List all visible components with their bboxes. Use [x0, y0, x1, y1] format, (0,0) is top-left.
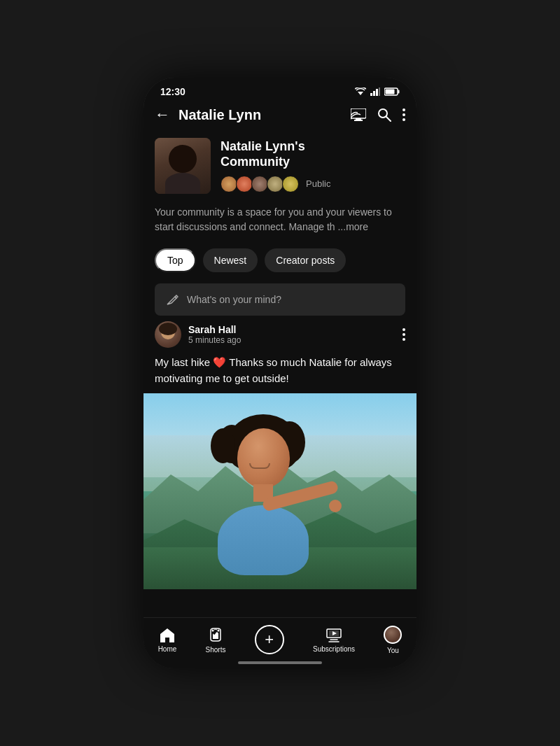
edit-icon: [166, 293, 178, 306]
you-avatar: [384, 626, 402, 644]
time: 12:30: [160, 86, 186, 97]
member-avatars: Public: [220, 176, 405, 192]
nav-you[interactable]: You: [384, 626, 402, 654]
post-placeholder: What's on your mind?: [187, 294, 281, 305]
visibility-label: Public: [306, 178, 330, 189]
svg-rect-4: [379, 87, 380, 96]
subscriptions-icon: [326, 627, 342, 642]
post-image: [144, 393, 416, 589]
nav-subscriptions-label: Subscriptions: [313, 645, 355, 653]
svg-point-18: [402, 333, 405, 336]
post-more-icon[interactable]: [402, 328, 405, 341]
community-header: Natalie Lynn's Community Public: [144, 129, 416, 202]
home-indicator: [238, 661, 322, 664]
nav-subscriptions[interactable]: Subscriptions: [313, 627, 355, 653]
scroll-content[interactable]: Natalie Lynn's Community Public: [144, 129, 416, 668]
battery-icon: [384, 87, 400, 96]
nav-home-label: Home: [158, 645, 177, 653]
search-icon[interactable]: [377, 108, 391, 122]
header: ← Natalie Lynn: [144, 100, 416, 129]
phone-frame: 12:30: [144, 78, 416, 668]
svg-marker-0: [358, 92, 363, 95]
post-timestamp: 5 minutes ago: [188, 335, 396, 345]
shorts-icon: [207, 626, 224, 643]
page-title: Natalie Lynn: [178, 107, 342, 123]
svg-point-15: [402, 113, 405, 116]
tab-newest[interactable]: Newest: [203, 248, 258, 272]
post-author-avatar: [155, 321, 181, 348]
svg-rect-7: [386, 90, 395, 94]
nav-add[interactable]: +: [255, 625, 284, 654]
nav-home[interactable]: Home: [158, 627, 177, 653]
status-bar: 12:30: [144, 78, 416, 100]
svg-rect-10: [356, 118, 361, 120]
community-avatar: [155, 138, 211, 194]
svg-point-12: [379, 109, 387, 118]
add-icon: +: [265, 631, 274, 649]
tab-creator-posts[interactable]: Creator posts: [265, 248, 346, 272]
community-name: Natalie Lynn's Community: [220, 139, 405, 169]
post-header: Sarah Hall 5 minutes ago: [155, 321, 405, 348]
cast-icon[interactable]: [351, 108, 366, 121]
svg-point-14: [402, 108, 405, 111]
svg-point-9: [351, 118, 352, 120]
nav-you-label: You: [387, 647, 399, 654]
post-meta: Sarah Hall 5 minutes ago: [188, 324, 396, 345]
tabs-container: Top Newest Creator posts: [144, 243, 416, 278]
svg-rect-6: [398, 90, 400, 94]
nav-shorts[interactable]: Shorts: [206, 626, 226, 654]
post-text: My last hike ❤️ Thanks so much Natalie f…: [155, 355, 405, 386]
header-actions: [351, 108, 405, 122]
svg-point-21: [218, 629, 220, 631]
more-icon[interactable]: [402, 108, 405, 121]
svg-point-17: [402, 328, 405, 331]
post-input-bar[interactable]: What's on your mind?: [155, 283, 405, 316]
back-button[interactable]: ←: [155, 106, 170, 124]
wifi-icon: [355, 87, 366, 96]
signal-icon: [370, 87, 380, 96]
svg-point-16: [402, 118, 405, 121]
screen: 12:30: [144, 78, 416, 668]
community-description: Your community is a space for you and yo…: [144, 202, 416, 243]
svg-rect-1: [370, 93, 372, 96]
community-info: Natalie Lynn's Community Public: [220, 139, 405, 192]
svg-rect-3: [376, 89, 378, 96]
home-icon: [159, 627, 176, 642]
svg-point-20: [212, 629, 214, 631]
svg-point-19: [402, 338, 405, 341]
post-card: Sarah Hall 5 minutes ago My last hike ❤️…: [144, 321, 416, 589]
post-author-name: Sarah Hall: [188, 324, 396, 335]
more-link[interactable]: ...more: [337, 221, 368, 232]
svg-line-13: [386, 117, 391, 121]
svg-rect-11: [354, 120, 363, 121]
tab-top[interactable]: Top: [155, 248, 196, 272]
add-button[interactable]: +: [255, 625, 284, 654]
nav-shorts-label: Shorts: [206, 646, 226, 654]
svg-rect-2: [373, 91, 375, 96]
status-icons: [355, 87, 400, 96]
